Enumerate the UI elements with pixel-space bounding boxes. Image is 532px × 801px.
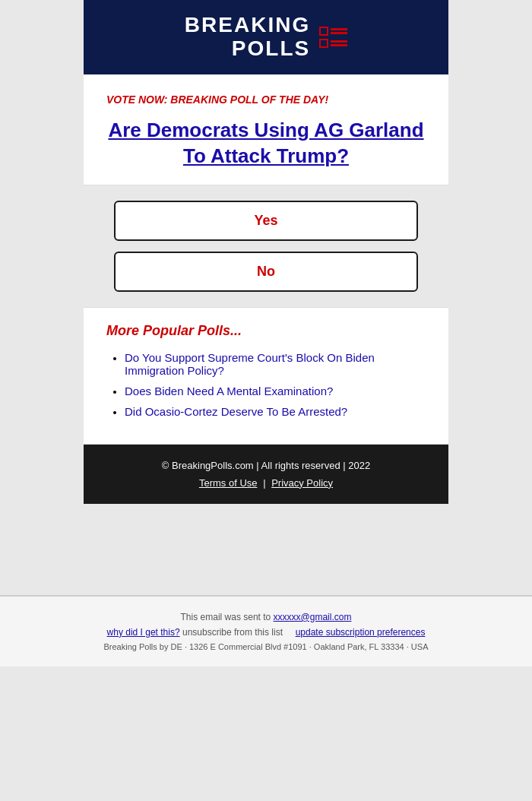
yes-button[interactable]: Yes [114, 201, 418, 241]
poll-link-2[interactable]: Does Biden Need A Mental Examination? [125, 385, 333, 397]
vote-now-static: VOTE NOW: [106, 93, 170, 106]
logo-line-d [331, 44, 347, 46]
privacy-policy-link[interactable]: Privacy Policy [271, 477, 333, 489]
email-container: BREAKING POLLS [84, 0, 448, 504]
vote-now-italic: BREAKING POLL OF THE DAY! [170, 93, 328, 106]
logo-line-a [331, 28, 347, 30]
no-button[interactable]: No [114, 252, 418, 292]
vote-section: VOTE NOW: BREAKING POLL OF THE DAY! Are … [84, 74, 448, 185]
sent-to-prefix: This email was sent to [181, 612, 274, 622]
page-wrapper: BREAKING POLLS [0, 0, 532, 666]
footer-links: Terms of Use | Privacy Policy [99, 477, 433, 489]
logo-text: BREAKING POLLS [185, 14, 310, 61]
logo-line2: POLLS [185, 37, 310, 61]
email-address-link[interactable]: xxxxxx@gmail.com [274, 612, 352, 622]
poll-link-3[interactable]: Did Ocasio-Cortez Deserve To Be Arrested… [125, 405, 347, 418]
header-logo: BREAKING POLLS [99, 14, 433, 61]
list-item: Do You Support Supreme Court's Block On … [125, 351, 426, 377]
more-polls-title: More Popular Polls... [106, 323, 426, 339]
logo-icon-row-bottom [319, 39, 347, 48]
logo-line-b [331, 32, 347, 34]
unsubscribe-text: unsubscribe from this list [182, 627, 283, 638]
logo-icon-row-top [319, 27, 347, 36]
footer: © BreakingPolls.com | All rights reserve… [84, 445, 448, 504]
logo-square-1 [319, 27, 328, 36]
poll-link-1[interactable]: Do You Support Supreme Court's Block On … [125, 351, 375, 377]
polls-list: Do You Support Supreme Court's Block On … [106, 351, 426, 418]
logo-square-2 [319, 39, 328, 48]
spacer [0, 504, 532, 595]
logo-icon [319, 27, 347, 48]
why-link[interactable]: why did I get this? [107, 627, 180, 638]
footer-separator: | [263, 477, 265, 489]
logo-line1: BREAKING [185, 14, 310, 37]
list-item: Does Biden Need A Mental Examination? [125, 385, 426, 397]
list-item: Did Ocasio-Cortez Deserve To Be Arrested… [125, 405, 426, 418]
buttons-section: Yes No [84, 185, 448, 308]
more-polls-section: More Popular Polls... Do You Support Sup… [84, 308, 448, 445]
preferences-link[interactable]: update subscription preferences [296, 627, 426, 638]
terms-of-use-link[interactable]: Terms of Use [199, 477, 258, 489]
header: BREAKING POLLS [84, 0, 448, 74]
email-sent-to: This email was sent to xxxxxx@gmail.com [15, 612, 517, 622]
email-footer: This email was sent to xxxxxx@gmail.com … [0, 596, 532, 666]
vote-now-label: VOTE NOW: BREAKING POLL OF THE DAY! [106, 93, 426, 108]
footer-copyright: © BreakingPolls.com | All rights reserve… [99, 460, 433, 471]
email-footer-links-row: why did I get this? unsubscribe from thi… [15, 627, 517, 638]
poll-question: Are Democrats Using AG Garland To Attack… [106, 118, 426, 169]
logo-lines-2 [331, 40, 347, 46]
footer-address: Breaking Polls by DE · 1326 E Commercial… [15, 642, 517, 651]
logo-lines-1 [331, 28, 347, 34]
logo-line-c [331, 40, 347, 43]
